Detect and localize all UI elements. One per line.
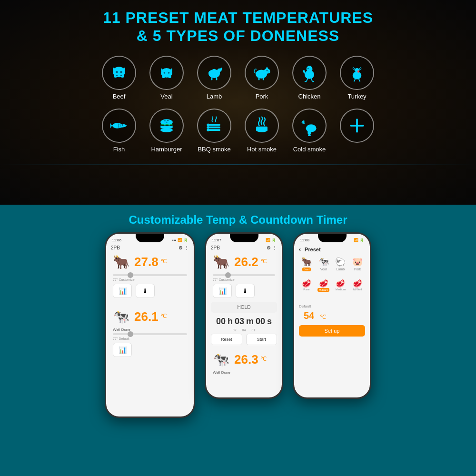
phone3-meat-veal[interactable]: 🐄 Veal — [316, 257, 331, 271]
turkey-label: Turkey — [347, 93, 366, 100]
icon-turkey[interactable]: Turkey — [340, 56, 374, 100]
phone3-pork-label: Pork — [354, 268, 361, 271]
veal-label: Veal — [160, 93, 172, 100]
phone1-chart2-btn[interactable]: 📊 — [113, 343, 132, 357]
phone1-chart-btn[interactable]: 📊 — [113, 284, 132, 298]
phone1-slider2-bar — [113, 333, 187, 335]
phone2-probe1-slider[interactable] — [206, 273, 282, 278]
icon-hamburger[interactable]: Hamburger — [149, 109, 184, 153]
hotsmoke-circle — [245, 109, 279, 143]
svg-rect-6 — [123, 68, 125, 70]
phone2-probe1: 🐂 26.2 ℃ — [206, 251, 282, 273]
phone1-probe1-slider[interactable] — [106, 273, 194, 278]
phone3-default-label: Default — [294, 303, 370, 309]
icon-plus[interactable] — [340, 109, 374, 153]
phone3-setup-btn[interactable]: Set up — [299, 325, 365, 337]
svg-line-47 — [359, 79, 360, 82]
phone3-mwell-label: M.Well — [353, 288, 362, 291]
phone1-temp-btn[interactable]: 🌡 — [136, 284, 155, 298]
turkey-icon — [347, 62, 367, 83]
veal-icon — [156, 62, 177, 83]
phone3-screen: 11:08 📶 🔋 ‹ Preset 🐂 Beef — [294, 234, 370, 397]
icon-chicken[interactable]: Chicken — [292, 56, 327, 100]
phone1-probe1-buttons: 📊 🌡 — [106, 282, 194, 300]
coldsmoke-circle — [292, 109, 327, 143]
beef-icon — [109, 62, 129, 83]
lamb-circle — [197, 56, 231, 90]
phone3-doneness-mwell[interactable]: 🥩 M.Well — [350, 279, 365, 292]
lamb-icon — [204, 62, 225, 83]
phone2-timer-s: 00 — [256, 317, 265, 327]
phone3-meat-lamb[interactable]: 🐑 Lamb — [333, 257, 348, 271]
svg-rect-13 — [171, 69, 172, 71]
hotsmoke-icon — [251, 115, 272, 136]
phone3-doneness-mrare[interactable]: 🥩 M.Rare — [316, 279, 331, 292]
icon-bbqsmoke[interactable]: BBQ smoke — [197, 109, 231, 153]
svg-rect-5 — [113, 68, 115, 70]
phone3-back[interactable]: ‹ — [299, 246, 301, 253]
phone3-doneness-medium[interactable]: 🥩 Medium — [333, 279, 348, 292]
phone2-start-btn[interactable]: Start — [246, 334, 278, 345]
bottom-section: Customizable Temp & Countdown Timer 11:0… — [0, 205, 476, 476]
phone3-temp-unit: ℃ — [320, 314, 326, 320]
hotsmoke-label: Hot smoke — [247, 146, 277, 153]
phone1-probe2-slider[interactable] — [106, 332, 194, 337]
svg-point-8 — [120, 71, 122, 73]
icon-coldsmoke[interactable]: Cold smoke — [292, 109, 327, 153]
svg-rect-23 — [211, 77, 213, 80]
phone3-preset-header: ‹ Preset — [294, 244, 370, 255]
top-section: 11 PRESET MEAT TEMPERATURES & 5 TYPES OF… — [0, 0, 476, 205]
phone2-probe3-temp: 26.3 — [234, 352, 258, 367]
top-content: 11 PRESET MEAT TEMPERATURES & 5 TYPES OF… — [0, 0, 476, 161]
hamburger-icon — [156, 115, 177, 136]
phone3-doneness-rare[interactable]: 🥩 Rare — [299, 279, 314, 292]
chicken-label: Chicken — [298, 93, 321, 100]
svg-point-53 — [166, 122, 168, 123]
bbqsmoke-label: BBQ smoke — [198, 146, 230, 153]
icon-fish[interactable]: Fish — [102, 109, 136, 153]
phone3-meat-grid: 🐂 Beef 🐄 Veal 🐑 Lamb 🐷 — [294, 255, 370, 273]
phone2-temp-btn[interactable]: 🌡 — [236, 284, 255, 298]
phone3-lamb-label: Lamb — [337, 268, 345, 271]
svg-point-15 — [168, 72, 170, 74]
icon-lamb[interactable]: Lamb — [197, 56, 231, 100]
icon-beef[interactable]: Beef — [102, 56, 136, 100]
icon-pork[interactable]: Pork — [245, 56, 279, 100]
pork-circle — [245, 56, 279, 90]
phone2-chart-btn[interactable]: 📊 — [213, 284, 232, 298]
svg-line-37 — [307, 79, 308, 81]
phone2-probe3-unit: ℃ — [260, 356, 267, 362]
phone3-meat-beef[interactable]: 🐂 Beef — [299, 257, 314, 271]
svg-point-60 — [207, 126, 209, 129]
icon-hotsmoke[interactable]: Hot smoke — [245, 109, 279, 153]
coldsmoke-icon — [299, 115, 320, 136]
phone2-timer-sep1: h — [228, 317, 233, 327]
phone3-meat-pork[interactable]: 🐷 Pork — [350, 257, 365, 271]
phone3-temp-value: 54 — [299, 309, 319, 322]
phone1-probe2-sub: 77° Default — [106, 337, 194, 341]
lamb-label: Lamb — [207, 93, 222, 100]
phone2-sub-s: 01 — [251, 328, 255, 332]
phone2-reset-btn[interactable]: Reset — [211, 334, 242, 345]
phone1-toggle[interactable]: ⚙ ⋮ — [178, 245, 189, 250]
bbqsmoke-circle — [197, 109, 231, 143]
phone2-probe1-temp: 26.2 — [234, 255, 258, 269]
phone3-mrare-icon: 🥩 — [319, 279, 328, 288]
phone1-probe2-temps: 26.1 ℃ — [134, 309, 167, 324]
phone2-timer-sep2: m — [246, 317, 254, 327]
phone2-sub-h: 02 — [233, 328, 237, 332]
svg-point-61 — [207, 129, 209, 131]
phone1-probe2-temp: 26.1 — [134, 309, 159, 324]
main-title: 11 PRESET MEAT TEMPERATURES & 5 TYPES OF… — [103, 9, 373, 45]
bbqsmoke-icon — [204, 115, 225, 136]
phone2-timer-h: 00 — [216, 317, 226, 327]
svg-point-4 — [120, 75, 122, 76]
plus-icon — [347, 115, 367, 136]
svg-rect-56 — [208, 124, 220, 126]
phones-row: 11:06 ▪▪▪ 📶 🔋 2PB ⚙ ⋮ 🐂 27.8 ℃ — [0, 232, 476, 476]
svg-point-20 — [212, 73, 216, 76]
phone1-probe2-status: Well Done — [106, 327, 194, 332]
hamburger-label: Hamburger — [151, 146, 182, 153]
phone2-toggle[interactable]: ⚙ ⋮ — [267, 245, 277, 250]
icon-veal[interactable]: Veal — [149, 56, 184, 100]
